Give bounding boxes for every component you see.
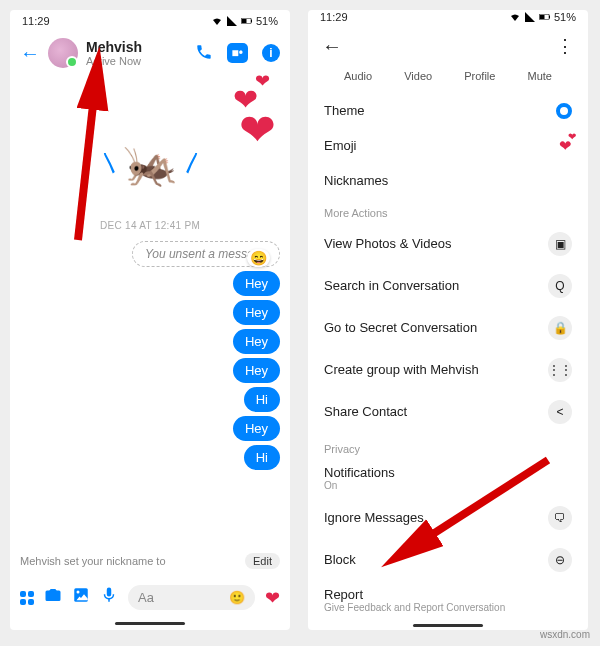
action-tabs: Audio Video Profile Mute bbox=[308, 68, 588, 92]
row-create-group[interactable]: Create group with Mehvish⋮⋮ bbox=[324, 349, 572, 391]
info-icon[interactable]: i bbox=[262, 44, 280, 62]
contact-name-block[interactable]: Mehvish Active Now bbox=[86, 39, 142, 67]
message-bubble[interactable]: Hey bbox=[233, 329, 280, 354]
search-icon: Q bbox=[548, 274, 572, 298]
signal-icon bbox=[226, 15, 238, 27]
row-search[interactable]: Search in ConversationQ bbox=[324, 265, 572, 307]
battery-icon bbox=[241, 15, 253, 27]
nav-bar[interactable] bbox=[10, 616, 290, 630]
label: Nicknames bbox=[324, 173, 388, 188]
privacy-title: Privacy bbox=[308, 435, 588, 457]
block-icon: ⊖ bbox=[548, 548, 572, 572]
gallery-icon[interactable] bbox=[72, 586, 90, 609]
message-bubble[interactable]: Hey bbox=[233, 300, 280, 325]
theme-ring-icon bbox=[556, 103, 572, 119]
like-icon[interactable]: ❤ bbox=[265, 587, 280, 609]
clock: 11:29 bbox=[22, 15, 50, 27]
sub: On bbox=[324, 480, 337, 491]
camera-icon[interactable] bbox=[44, 586, 62, 609]
back-icon[interactable]: ← bbox=[20, 42, 40, 65]
row-emoji[interactable]: Emoji❤ bbox=[324, 128, 572, 164]
row-notifications[interactable]: Notifications On bbox=[324, 459, 572, 497]
row-secret[interactable]: Go to Secret Conversation🔒 bbox=[324, 307, 572, 349]
signal-icon bbox=[524, 11, 536, 23]
ignore-icon: 🗨 bbox=[548, 506, 572, 530]
timestamp: DEC 14 AT 12:41 PM bbox=[20, 220, 280, 231]
placeholder: Aa bbox=[138, 590, 154, 605]
svg-rect-8 bbox=[539, 15, 544, 19]
phone-icon[interactable] bbox=[195, 43, 213, 64]
reaction-emoji[interactable]: 😄 bbox=[247, 249, 270, 267]
battery-text: 51% bbox=[256, 15, 278, 27]
back-icon[interactable]: ← bbox=[322, 35, 342, 58]
label: Emoji bbox=[324, 138, 357, 153]
share-icon: < bbox=[548, 400, 572, 424]
message-bubble[interactable]: Hi bbox=[244, 387, 280, 412]
message-bubble[interactable]: Hey bbox=[233, 416, 280, 441]
row-ignore[interactable]: Ignore Messages🗨 bbox=[324, 497, 572, 539]
chat-header: ← Mehvish Active Now ■• i bbox=[10, 32, 290, 74]
label: Block bbox=[324, 552, 356, 567]
wifi-icon bbox=[211, 15, 223, 27]
label: Go to Secret Conversation bbox=[324, 320, 477, 335]
battery-icon bbox=[539, 11, 551, 23]
battery-text: 51% bbox=[554, 11, 576, 23]
mic-icon[interactable] bbox=[100, 586, 118, 609]
lock-icon: 🔒 bbox=[548, 316, 572, 340]
group-icon: ⋮⋮ bbox=[548, 358, 572, 382]
label: Share Contact bbox=[324, 404, 407, 419]
settings-header: ← ⋮ bbox=[308, 25, 588, 68]
tab-video[interactable]: Video bbox=[404, 70, 432, 82]
tab-mute[interactable]: Mute bbox=[527, 70, 551, 82]
heart-icon: ❤ bbox=[559, 137, 572, 155]
chat-screen: 11:29 51% ← Mehvish Active Now ■• i ❤ ❤ … bbox=[10, 10, 290, 630]
settings-screen: 11:29 51% ← ⋮ Audio Video Profile Mute T… bbox=[308, 10, 588, 630]
clock: 11:29 bbox=[320, 11, 348, 23]
status-bar: 11:29 51% bbox=[10, 10, 290, 32]
emoji-icon[interactable]: 🙂 bbox=[229, 590, 245, 605]
label: Create group with Mehvish bbox=[324, 362, 479, 377]
contact-name: Mehvish bbox=[86, 39, 142, 55]
svg-rect-1 bbox=[241, 19, 246, 23]
composer: Aa 🙂 ❤ bbox=[10, 579, 290, 616]
label: Search in Conversation bbox=[324, 278, 459, 293]
status-bar: 11:29 51% bbox=[308, 10, 588, 25]
svg-rect-2 bbox=[251, 20, 252, 23]
label: Theme bbox=[324, 103, 364, 118]
row-share-contact[interactable]: Share Contact< bbox=[324, 391, 572, 433]
row-block[interactable]: Block⊖ bbox=[324, 539, 572, 581]
apps-icon[interactable] bbox=[20, 591, 34, 605]
sub: Give Feedback and Report Conversation bbox=[324, 602, 505, 613]
svg-rect-9 bbox=[549, 16, 550, 19]
system-text: Mehvish set your nickname to bbox=[20, 555, 166, 567]
chat-body: ❤ ❤ ❤ 〵🦗〵 😄 DEC 14 AT 12:41 PM You unsen… bbox=[10, 74, 290, 579]
contact-status: Active Now bbox=[86, 55, 142, 67]
svg-point-4 bbox=[77, 591, 80, 594]
tab-profile[interactable]: Profile bbox=[464, 70, 495, 82]
watermark: wsxdn.com bbox=[540, 629, 590, 640]
message-bubble[interactable]: Hey bbox=[233, 358, 280, 383]
row-nicknames[interactable]: Nicknames bbox=[324, 164, 572, 197]
photo-icon: ▣ bbox=[548, 232, 572, 256]
row-view-photos[interactable]: View Photos & Videos▣ bbox=[324, 223, 572, 265]
label: Ignore Messages bbox=[324, 510, 424, 525]
message-input[interactable]: Aa 🙂 bbox=[128, 585, 255, 610]
wifi-icon bbox=[509, 11, 521, 23]
video-icon[interactable]: ■• bbox=[227, 43, 248, 63]
cricket-sticker: 〵🦗〵 bbox=[123, 138, 178, 190]
label: Notifications bbox=[324, 465, 395, 480]
message-bubble[interactable]: Hi bbox=[244, 445, 280, 470]
more-actions-title: More Actions bbox=[308, 199, 588, 221]
system-message: Mehvish set your nickname to Edit bbox=[20, 553, 280, 569]
message-bubble[interactable]: Hey bbox=[233, 271, 280, 296]
label: Report bbox=[324, 587, 363, 602]
more-icon[interactable]: ⋮ bbox=[556, 35, 574, 57]
edit-button[interactable]: Edit bbox=[245, 553, 280, 569]
tab-audio[interactable]: Audio bbox=[344, 70, 372, 82]
avatar[interactable] bbox=[48, 38, 78, 68]
row-theme[interactable]: Theme bbox=[324, 94, 572, 128]
row-report[interactable]: Report Give Feedback and Report Conversa… bbox=[324, 581, 572, 619]
label: View Photos & Videos bbox=[324, 236, 451, 251]
